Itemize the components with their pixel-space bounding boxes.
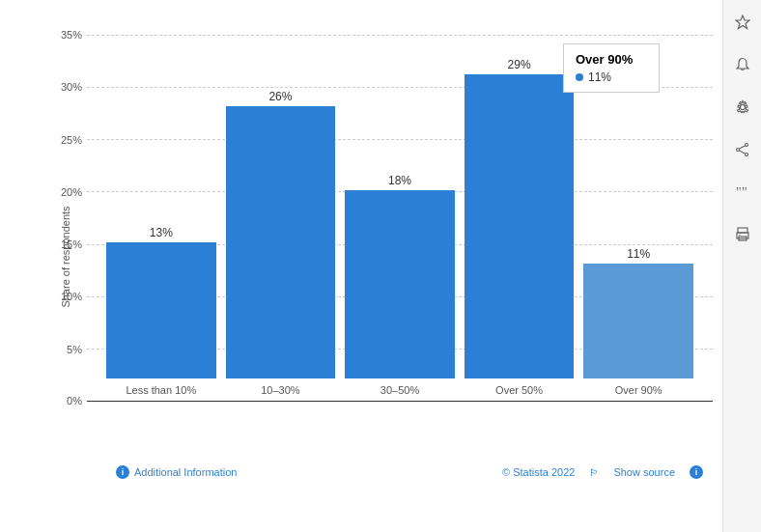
y-tick-0: 0% (58, 395, 87, 406)
y-tick-5: 5% (58, 344, 87, 355)
svg-marker-0 (736, 15, 749, 29)
bar-xlabel-3: 30–50% (380, 384, 419, 396)
bar-group-2: 26% 10–30% (226, 29, 336, 396)
tooltip-dot (576, 73, 583, 81)
quote-icon[interactable]: " " (730, 180, 755, 205)
bar-group-4: 29% Over 50% (465, 29, 575, 396)
y-tick-10: 10% (58, 291, 87, 302)
bar-xlabel-4: Over 50% (495, 384, 543, 396)
show-source-link[interactable]: Show source (613, 466, 675, 478)
svg-text:": " (736, 185, 742, 200)
statista-label: © Statista 2022 (502, 466, 575, 478)
bar-xlabel-2: 10–30% (261, 384, 299, 396)
bar-label-1: 13% (150, 226, 173, 239)
y-tick-15: 15% (58, 238, 87, 250)
svg-rect-9 (738, 228, 747, 233)
tooltip-value: 11% (576, 70, 647, 84)
bar-3 (345, 190, 455, 378)
bar-label-4: 29% (508, 58, 531, 71)
sidebar: " " (722, 0, 761, 532)
footer-left[interactable]: i Additional Information (116, 465, 237, 479)
info-icon: i (116, 465, 129, 479)
main-container: Share of respondents 35% 30% (0, 0, 761, 532)
bell-icon[interactable] (730, 52, 755, 77)
tooltip-box: Over 90% 11% (563, 43, 660, 93)
bar-label-3: 18% (388, 174, 411, 187)
footer: i Additional Information © Statista 2022… (58, 465, 713, 479)
source-info-icon[interactable]: i (690, 465, 703, 479)
flag-icon: 🏳 (589, 467, 599, 478)
y-tick-20: 20% (58, 186, 87, 198)
y-tick-25: 25% (58, 134, 87, 146)
y-tick-35: 35% (58, 29, 87, 41)
y-tick-30: 30% (58, 81, 87, 93)
bar-label-2: 26% (268, 90, 292, 103)
star-icon[interactable] (730, 10, 755, 35)
bar-1 (106, 242, 216, 378)
svg-point-3 (745, 154, 747, 156)
svg-point-2 (745, 144, 747, 147)
svg-line-5 (739, 146, 745, 149)
chart-inner: 35% 30% 25% 20% (58, 29, 713, 396)
bar-xlabel-1: Less than 10% (126, 384, 196, 396)
bar-group-1: 13% Less than 10% (106, 29, 216, 396)
x-axis-line (87, 401, 713, 402)
tooltip-value-text: 11% (588, 70, 611, 84)
svg-text:": " (742, 185, 747, 200)
print-icon[interactable] (730, 222, 755, 247)
share-icon[interactable] (730, 137, 755, 162)
bar-xlabel-5: Over 90% (615, 384, 662, 396)
bar-group-3: 18% 30–50% (345, 29, 455, 396)
additional-info-link[interactable]: Additional Information (134, 466, 237, 478)
tooltip-title: Over 90% (576, 52, 647, 67)
bar-2 (226, 106, 336, 378)
bar-4 (465, 74, 575, 378)
svg-line-6 (739, 151, 745, 154)
grid-row-0: 0% (58, 395, 713, 406)
chart-area: Share of respondents 35% 30% (0, 0, 722, 532)
gear-icon[interactable] (730, 95, 755, 120)
footer-right: © Statista 2022 🏳 Show source i (502, 465, 703, 479)
bar-5 (583, 264, 693, 378)
bar-label-5: 11% (627, 247, 650, 261)
chart-wrapper: Share of respondents 35% 30% (58, 29, 713, 484)
svg-point-4 (736, 149, 739, 152)
